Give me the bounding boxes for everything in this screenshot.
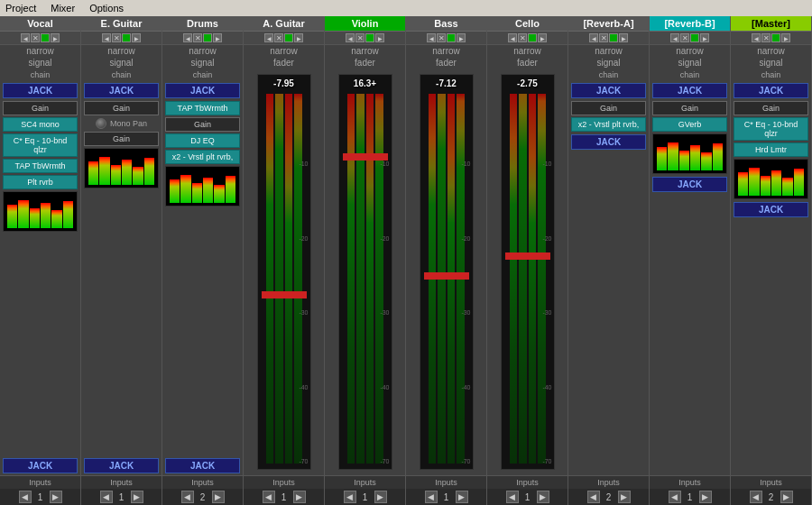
prev-btn[interactable]: ◀ xyxy=(102,33,111,42)
prev-btn[interactable]: ◀ xyxy=(670,33,679,42)
fader-track[interactable]: -7.95-10-20-30-40-70 xyxy=(257,74,311,470)
fader-handle[interactable] xyxy=(262,291,307,298)
mute-btn[interactable]: ✕ xyxy=(193,33,202,42)
plugin-gain[interactable]: Gain xyxy=(652,101,727,115)
prev-btn[interactable]: ◀ xyxy=(21,33,30,42)
inputs-next[interactable]: ▶ xyxy=(537,491,549,503)
active-btn[interactable] xyxy=(528,33,537,42)
mute-btn[interactable]: ✕ xyxy=(112,33,121,42)
plugin-gain[interactable]: Gain xyxy=(734,101,808,115)
mute-btn[interactable]: ✕ xyxy=(355,33,364,42)
next-btn[interactable]: ▶ xyxy=(51,33,60,42)
prev-btn[interactable]: ◀ xyxy=(427,33,436,42)
prev-btn[interactable]: ◀ xyxy=(508,33,517,42)
inputs-next[interactable]: ▶ xyxy=(50,491,62,503)
inputs-next[interactable]: ▶ xyxy=(212,491,225,503)
plugin-gain[interactable]: Gain xyxy=(165,117,240,132)
mute-btn[interactable]: ✕ xyxy=(761,33,770,42)
mute-btn[interactable]: ✕ xyxy=(437,33,446,42)
next-btn[interactable]: ▶ xyxy=(781,33,790,42)
mute-btn[interactable]: ✕ xyxy=(274,33,283,42)
inputs-prev[interactable]: ◀ xyxy=(19,491,32,503)
next-btn[interactable]: ▶ xyxy=(213,33,222,42)
gain2[interactable]: Gain xyxy=(84,132,159,146)
jack-eguitar[interactable]: JACK xyxy=(84,83,159,98)
inputs-next[interactable]: ▶ xyxy=(374,491,387,503)
inputs-next[interactable]: ▶ xyxy=(699,491,712,503)
bottom-jack-eguitar[interactable]: JACK xyxy=(84,458,159,473)
pan-knob[interactable] xyxy=(96,118,106,129)
inputs-next[interactable]: ▶ xyxy=(618,491,631,503)
inputs-prev[interactable]: ◀ xyxy=(425,491,438,503)
jack2-master[interactable]: JACK xyxy=(734,202,808,217)
inputs-prev[interactable]: ◀ xyxy=(669,491,681,503)
next-btn[interactable]: ▶ xyxy=(375,33,384,42)
inputs-next[interactable]: ▶ xyxy=(780,491,793,503)
bottom-jack-drums[interactable]: JACK xyxy=(165,458,240,473)
inputs-prev[interactable]: ◀ xyxy=(100,491,113,503)
fader-track[interactable]: 16.3+-10-20-30-40-70 xyxy=(338,74,392,470)
jack-drums[interactable]: JACK xyxy=(165,83,240,98)
menu-project[interactable]: Project xyxy=(4,3,38,14)
inputs-prev[interactable]: ◀ xyxy=(506,491,519,503)
menu-mixer[interactable]: Mixer xyxy=(49,3,77,14)
fader-track[interactable]: -7.12-10-20-30-40-70 xyxy=(420,74,474,470)
inputs-prev[interactable]: ◀ xyxy=(263,491,275,503)
plugin-tap-tbwrmth[interactable]: TAP TbWrmth xyxy=(165,101,240,115)
plugin-x2---vrstl-plt-rvrb,[interactable]: x2 - Vrstl plt rvrb, xyxy=(571,117,646,132)
mute-btn[interactable]: ✕ xyxy=(599,33,608,42)
jack-master[interactable]: JACK xyxy=(734,83,808,98)
next-btn[interactable]: ▶ xyxy=(700,33,709,42)
fader-track[interactable]: -2.75-10-20-30-40-70 xyxy=(501,74,555,470)
prev-btn[interactable]: ◀ xyxy=(264,33,273,42)
plugin-gain[interactable]: Gain xyxy=(84,101,159,115)
plugin-x2---vrstl-plt-rvrb,[interactable]: x2 - Vrstl plt rvrb, xyxy=(165,150,240,164)
prev-btn[interactable]: ◀ xyxy=(589,33,598,42)
next-btn[interactable]: ▶ xyxy=(294,33,303,42)
plugin-hrd-lmtr[interactable]: Hrd Lmtr xyxy=(734,142,808,157)
fader-handle[interactable] xyxy=(343,153,388,161)
inputs-prev[interactable]: ◀ xyxy=(587,491,600,503)
mute-btn[interactable]: ✕ xyxy=(680,33,689,42)
inputs-next[interactable]: ▶ xyxy=(131,491,143,503)
jack-vocal[interactable]: JACK xyxy=(3,83,78,98)
next-btn[interactable]: ▶ xyxy=(538,33,547,42)
active-btn[interactable] xyxy=(41,33,50,42)
next-btn[interactable]: ▶ xyxy=(457,33,466,42)
plugin-tap-tbwrmth[interactable]: TAP TbWrmth xyxy=(3,159,78,173)
jack2-reverb-b[interactable]: JACK xyxy=(652,177,727,192)
next-btn[interactable]: ▶ xyxy=(619,33,628,42)
plugin-gain[interactable]: Gain xyxy=(3,101,78,115)
active-btn[interactable] xyxy=(365,33,374,42)
active-btn[interactable] xyxy=(203,33,212,42)
jack-reverb-b[interactable]: JACK xyxy=(652,83,727,98)
inputs-prev[interactable]: ◀ xyxy=(181,491,194,503)
active-btn[interactable] xyxy=(690,33,699,42)
plugin-c*-eq---10-bnd-qlzr[interactable]: C* Eq - 10-bnd qlzr xyxy=(734,117,808,141)
plugin-sc4-mono[interactable]: SC4 mono xyxy=(3,117,78,132)
inputs-prev[interactable]: ◀ xyxy=(344,491,356,503)
plugin-gverb[interactable]: GVerb xyxy=(652,117,727,132)
inputs-next[interactable]: ▶ xyxy=(456,491,468,503)
fader-handle[interactable] xyxy=(424,272,469,280)
mute-btn[interactable]: ✕ xyxy=(518,33,527,42)
active-btn[interactable] xyxy=(609,33,618,42)
active-btn[interactable] xyxy=(122,33,131,42)
next-btn[interactable]: ▶ xyxy=(132,33,141,42)
jack-reverb-a[interactable]: JACK xyxy=(571,83,646,98)
plugin-c*-eq---10-bnd-qlzr[interactable]: C* Eq - 10-bnd qlzr xyxy=(3,133,78,157)
plugin-plt-rvrb[interactable]: Plt rvrb xyxy=(3,175,78,189)
inputs-next[interactable]: ▶ xyxy=(293,491,306,503)
bottom-jack-vocal[interactable]: JACK xyxy=(3,458,78,473)
prev-btn[interactable]: ◀ xyxy=(346,33,355,42)
active-btn[interactable] xyxy=(771,33,780,42)
active-btn[interactable] xyxy=(447,33,456,42)
mute-btn[interactable]: ✕ xyxy=(31,33,40,42)
inputs-prev[interactable]: ◀ xyxy=(750,491,762,503)
prev-btn[interactable]: ◀ xyxy=(752,33,761,42)
prev-btn[interactable]: ◀ xyxy=(183,33,192,42)
plugin-gain[interactable]: Gain xyxy=(571,101,646,115)
active-btn[interactable] xyxy=(284,33,293,42)
fader-handle[interactable] xyxy=(505,252,550,260)
jack2-reverb-a[interactable]: JACK xyxy=(571,134,646,150)
